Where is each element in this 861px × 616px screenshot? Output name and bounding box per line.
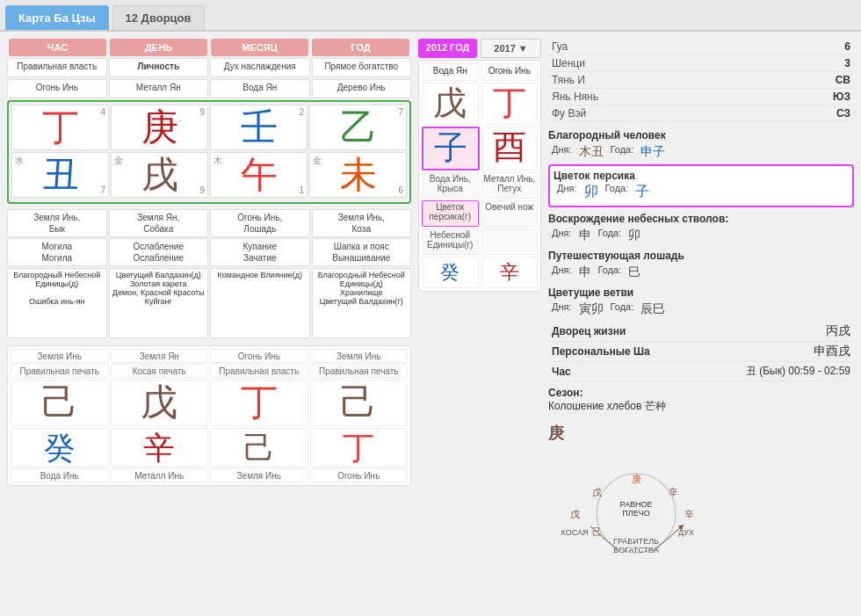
year-2017-blabel: Металл Инь,Петух (481, 172, 539, 199)
flower-branches-detail: Дня: 寅卯 Года: 辰巳 (548, 301, 854, 318)
season-block: Сезон: Колошение хлебов 芒种 (548, 387, 854, 414)
lower-grid: Земля Инь Земля Ян Огонь Инь Земля Инь П… (7, 345, 411, 486)
col-header-year: ГОД (312, 39, 409, 56)
stem-char-day: 庚 (113, 107, 206, 148)
stems-row: 4 丁 9 庚 2 壬 7 乙 (11, 105, 407, 150)
year-star-labels: Цветок персика(г) Овечий нож (422, 200, 538, 227)
stem-label-year: Прямое богатство (312, 58, 412, 77)
lower-branch-3: 己 (210, 428, 308, 467)
element-month: Вода Ян (210, 79, 310, 98)
personal-sha-line: Персональные Ша 申酉戌 (548, 342, 854, 362)
stem-label-month: Дух наслаждения (210, 58, 310, 77)
stem-labels-row: Правильная власть Личность Дух наслажден… (7, 58, 411, 77)
year-2017-branch: 酉 (482, 127, 539, 170)
branch-char-year: 未 (312, 155, 404, 195)
branch-cell-hour: 水 丑 7 (11, 152, 109, 198)
year-2017-bottom-label (481, 228, 539, 255)
col-header-day: ДЕНЬ (110, 39, 207, 56)
svg-text:辛: 辛 (684, 509, 694, 519)
flower-branches-title: Цветущие ветви (548, 286, 854, 299)
bazi-section: ЧАС ДЕНЬ МЕСЯЦ ГОД Правильная власть Лич… (7, 39, 411, 589)
lower-label-3: Огонь Инь (210, 349, 308, 363)
stem-label-day: Личность (109, 58, 209, 77)
noble-person-detail: Дня: 木丑 Года: 申子 (548, 143, 854, 161)
year-2017-stem: 丁 (481, 83, 539, 125)
stem-cell-day: 9 庚 (111, 105, 208, 150)
fu-vey-line: Фу Вэй СЗ (548, 105, 854, 122)
element-hour: Огонь Инь (7, 79, 107, 98)
peach-blossom-detail: Дня: 卯 Года: 子 (554, 182, 849, 202)
element-year: Дерево Инь (312, 79, 412, 98)
rebirth-detail: Дня: 申 Года: 卯 (548, 227, 854, 244)
year-section: 2012 ГОД 2017 ▼ Вода Ян Огонь Инь 戊 丁 (418, 39, 541, 589)
peach-blossom-title: Цветок персика (554, 170, 849, 182)
tabs-bar: Карта Ба Цзы 12 Дворцов (0, 0, 861, 32)
stars-day: Цветущий Балдахин(д)Золотая каретаДемон,… (109, 268, 209, 338)
cycle-svg: 庚 辛 戊 己 РАВНОЕ ПЛЕЧО ГРАБИТЕЛЬ БОГАТСТВА (548, 447, 724, 579)
tyan-i-line: Тянь И СВ (548, 72, 854, 89)
lower-label-2: Земля Ян (111, 349, 209, 363)
tab-12-palaces[interactable]: 12 Дворцов (112, 5, 205, 30)
lower-blabel-3: Земля Инь (210, 468, 308, 482)
travel-horse-title: Путешествующая лошадь (548, 250, 854, 262)
year-2017-small: 辛 (481, 257, 539, 288)
svg-text:庚: 庚 (632, 474, 641, 484)
year-header-2017[interactable]: 2017 ▼ (481, 39, 541, 58)
year-bottom-label: Небесной Единицы(г) (422, 228, 479, 255)
col-header-hour: ЧАС (9, 39, 106, 56)
branch-labels-row: Земля Инь,Бык Земля Ян,Собака Огонь Инь,… (7, 209, 411, 237)
heavenly-stems-grid: 4 丁 9 庚 2 壬 7 乙 (7, 100, 411, 204)
noble-person-title: Благородный человек (548, 129, 854, 141)
year-col-headers: 2012 ГОД 2017 ▼ (418, 39, 541, 58)
lower-branches-chars: 癸 辛 己 丁 (11, 428, 408, 467)
year-2017-stem-label: Огонь Инь (481, 63, 539, 81)
lower-role-labels: Правильная печать Косая печать Правильна… (11, 364, 408, 378)
lower-blabel-4: Огонь Инь (310, 468, 409, 482)
year-stems-chars: 戊 丁 (422, 83, 538, 125)
element-day: Металл Ян (109, 79, 209, 98)
branch-label-hour: Земля Инь,Бык (7, 209, 107, 237)
branch-cell-month: 木 午 1 (210, 152, 308, 198)
svg-text:ПЛЕЧО: ПЛЕЧО (622, 509, 649, 518)
year-2012-stem-label: Вода Ян (422, 63, 479, 81)
year-branches-chars: 子 酉 (422, 127, 538, 170)
year-2017-star: Овечий нож (481, 200, 539, 227)
year-2012-star: Цветок персика(г) (422, 200, 479, 227)
tab-bazi[interactable]: Карта Ба Цзы (5, 5, 109, 30)
cycle-diagram-area: 庚 庚 辛 戊 己 РАВНОЕ ПЛЕЧО (548, 423, 854, 582)
lower-role-1: Правильная печать (11, 364, 109, 378)
branches-row: 水 丑 7 金 戌 9 木 午 1 金 (11, 152, 407, 198)
stem-label-hour: Правильная власть (7, 58, 107, 77)
element-labels-row: Огонь Инь Металл Ян Вода Ян Дерево Инь (7, 79, 411, 98)
branch-char-month: 午 (213, 155, 305, 195)
stem-cell-year: 7 乙 (309, 105, 407, 150)
year-header-2012[interactable]: 2012 ГОД (418, 39, 477, 58)
lower-stem-2: 戊 (111, 380, 209, 425)
lower-branch-1: 癸 (11, 428, 109, 467)
yan-nyan-line: Янь Нянь ЮЗ (548, 89, 854, 105)
year-stem-labels: Вода Ян Огонь Инь (422, 63, 538, 81)
year-2012-blabel: Вода Инь,Крыса (422, 172, 479, 199)
lower-stem-labels: Земля Инь Земля Ян Огонь Инь Земля Инь (11, 349, 408, 363)
stars-month: Командное Влияние(д) (210, 268, 310, 338)
col-header-month: МЕСЯЦ (211, 39, 308, 56)
right-panel-top: Гуа 6 Шенци 3 Тянь И СВ Янь Нянь ЮЗ Фу В… (548, 39, 854, 582)
hour-time-line: Час 丑 (Бык) 00:59 - 02:59 (548, 362, 854, 381)
peach-blossom-box: Цветок персика Дня: 卯 Года: 子 (548, 164, 854, 207)
lower-stem-1: 己 (11, 380, 109, 425)
rebirth-title: Воскрождение небесных стволов: (548, 213, 854, 225)
year-2012-small: 癸 (422, 257, 479, 288)
col-headers: ЧАС ДЕНЬ МЕСЯЦ ГОД (7, 39, 411, 56)
branch-char-hour: 丑 (14, 155, 106, 195)
palace-hour: МогилаМогила (7, 238, 107, 266)
lower-label-4: Земля Инь (310, 349, 409, 363)
lower-label-1: Земля Инь (11, 349, 109, 363)
app-container: Карта Ба Цзы 12 Дворцов ЧАС ДЕНЬ МЕСЯЦ Г… (0, 0, 861, 616)
season-title: Сезон: (548, 387, 854, 399)
svg-text:戊: 戊 (570, 509, 580, 519)
stars-year: Благородный Небесной Единицы(д)Хранилище… (312, 268, 412, 338)
palace-states-row: МогилаМогила ОслаблениеОслабление Купани… (7, 238, 411, 266)
stem-char-hour: 丁 (14, 107, 106, 148)
right-panel: Гуа 6 Шенци 3 Тянь И СВ Янь Нянь ЮЗ Фу В… (548, 39, 854, 589)
year-label-bottom: Небесной Единицы(г) (422, 228, 538, 255)
